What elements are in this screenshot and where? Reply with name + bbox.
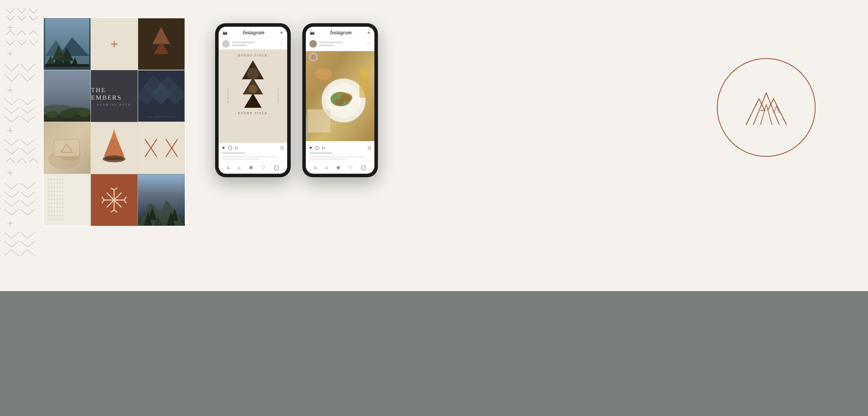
landscape-cell	[43, 70, 91, 122]
phone-1-screen: 📷 Instagram ✈ ··· EVENT TITLE 05.30.2024	[219, 27, 287, 174]
event-post-content: EVENT TITLE 05.30.2024 05.30.2024	[219, 50, 287, 143]
heart-icon-2[interactable]: ♥	[309, 145, 312, 151]
send-icon-2: ✈	[367, 31, 370, 35]
username-line	[232, 41, 255, 43]
svg-rect-65	[54, 139, 80, 157]
save-icon-2[interactable]: ⬡	[368, 146, 371, 150]
svg-point-110	[247, 68, 259, 79]
mountain-logo-svg	[743, 87, 789, 128]
camera-icon: 📷	[223, 31, 227, 35]
brand-collage: +	[43, 18, 185, 227]
nav-heart-2[interactable]: ♡	[348, 165, 352, 170]
location-line	[232, 44, 247, 46]
event-title-top: EVENT TITLE	[238, 54, 268, 57]
pillow-fabric-cell	[43, 122, 91, 174]
more-options-1[interactable]: ···	[280, 41, 284, 46]
triangles-dark-cell	[138, 18, 185, 70]
svg-point-36	[60, 113, 74, 118]
svg-point-112	[249, 85, 257, 94]
svg-text:∧ ∧ ∧ ∧ ∧ ∧: ∧ ∧ ∧ ∧ ∧ ∧	[48, 210, 63, 213]
avatar-1	[222, 40, 230, 47]
svg-text:∧ ∧ ∧ ∧ ∧ ∧: ∧ ∧ ∧ ∧ ∧ ∧	[48, 194, 63, 197]
instagram-nav-2: ⌂ ⌕ ⊕ ♡ ◯	[306, 162, 374, 174]
rust-asterisk-cell	[91, 174, 138, 226]
phone-2-screen: 📷 Instagram ✈ ···	[306, 27, 374, 174]
stitch-pattern-cell: ∧ ∧ ∧ ∧ ∧ ∧ ∨ ∨ ∨ ∨ ∨ ∨ ∧ ∧ ∧ ∧ ∧ ∧ ∨ ∨ …	[43, 174, 91, 226]
svg-point-118	[335, 99, 344, 105]
nav-search-1[interactable]: ⌕	[238, 165, 241, 170]
comment-line-2	[222, 158, 259, 160]
svg-text:THE EMBERS HOTEL: THE EMBERS HOTEL	[147, 116, 175, 118]
instagram-logo-1: Instagram	[243, 30, 264, 36]
svg-rect-120	[360, 69, 368, 77]
svg-text:∧ ∧ ∧ ∧ ∧ ∧: ∧ ∧ ∧ ∧ ∧ ∧	[48, 178, 63, 181]
instagram-header-1: 📷 Instagram ✈	[219, 27, 287, 38]
profile-row-1: ···	[219, 38, 287, 50]
food-post-content: AFTERNOON DELIGHT	[306, 50, 374, 143]
location-line-2	[319, 44, 334, 46]
x-pattern-cell	[138, 122, 185, 174]
comment-line-4	[309, 158, 346, 160]
svg-text:AFTERNOON DELIGHT: AFTERNOON DELIGHT	[306, 92, 308, 115]
svg-rect-72	[138, 122, 185, 174]
nav-home-2[interactable]: ⌂	[314, 165, 317, 170]
photo-avatar-overlay	[309, 53, 317, 61]
comments-section-1	[219, 155, 287, 162]
share-icon-1[interactable]: ▷	[235, 146, 238, 150]
heart-icon-1[interactable]: ♥	[222, 145, 225, 151]
svg-marker-126	[311, 55, 316, 59]
comment-line-3	[309, 156, 365, 157]
comment-icon-2[interactable]: ◯	[315, 146, 319, 150]
triangle-image-1	[242, 60, 264, 79]
camera-icon-2: 📷	[310, 31, 314, 35]
brand-logo-circle	[717, 58, 816, 157]
comments-section-2	[306, 155, 374, 162]
date-right: 05.30.2024	[277, 89, 279, 104]
instagram-header-2: 📷 Instagram ✈	[306, 27, 374, 38]
svg-text:∨ ∨ ∨ ∨ ∨ ∨: ∨ ∨ ∨ ∨ ∨ ∨	[48, 198, 63, 201]
avatar-2	[309, 40, 317, 47]
svg-rect-123	[307, 109, 331, 132]
svg-text:∧ ∧ ∧ ∧ ∧ ∧: ∧ ∧ ∧ ∧ ∧ ∧	[48, 186, 63, 189]
more-options-2[interactable]: ···	[367, 41, 371, 46]
triangle-image-3	[244, 93, 261, 108]
svg-text:∧ ∧ ∧ ∧ ∧ ∧: ∧ ∧ ∧ ∧ ∧ ∧	[48, 218, 63, 221]
nav-profile-1[interactable]: ◯	[274, 165, 279, 170]
likes-section-2	[306, 152, 374, 155]
share-icon-2[interactable]: ▷	[322, 146, 325, 150]
phones-showcase: 📷 Instagram ✈ ··· EVENT TITLE 05.30.2024	[215, 23, 378, 177]
comment-icon-1[interactable]: ◯	[228, 146, 232, 150]
profile-info-2	[319, 41, 365, 46]
nav-heart-1[interactable]: ♡	[261, 165, 266, 170]
save-icon-1[interactable]: ⬡	[280, 146, 284, 150]
brand-title: THE EMBERS	[91, 86, 137, 101]
instagram-nav-1: ⌂ ⌕ ⊕ ♡ ◯	[219, 162, 287, 174]
svg-rect-71	[105, 157, 123, 160]
svg-rect-124	[306, 115, 308, 138]
brand-subtitle: BLOWING ROCK	[97, 103, 131, 106]
username-line-2	[319, 41, 342, 43]
profile-info-1	[232, 41, 278, 46]
cross-symbol-cell: +	[91, 18, 138, 70]
event-title-bottom: EVENT TITLE	[238, 111, 268, 115]
likes-count-line-2	[309, 152, 333, 154]
nav-search-2[interactable]: ⌕	[325, 165, 328, 170]
fire-triangle-cell	[91, 122, 138, 174]
svg-point-122	[314, 68, 332, 79]
svg-text:∨ ∨ ∨ ∨ ∨ ∨: ∨ ∨ ∨ ∨ ∨ ∨	[48, 206, 63, 209]
post-actions-2: ♥ ◯ ▷ ⬡	[306, 143, 374, 152]
cross-icon: +	[110, 37, 118, 51]
triangle-image-2	[243, 77, 263, 94]
comment-line-1	[222, 156, 278, 157]
likes-count-line	[222, 152, 245, 154]
dark-fabric-cell: THE EMBERS HOTEL	[138, 70, 185, 122]
svg-text:∨ ∨ ∨ ∨ ∨ ∨: ∨ ∨ ∨ ∨ ∨ ∨	[48, 190, 63, 193]
nav-home-1[interactable]: ⌂	[227, 165, 230, 170]
profile-row-2: ···	[306, 38, 374, 50]
nav-add-2[interactable]: ⊕	[336, 165, 340, 170]
nav-add-1[interactable]: ⊕	[249, 165, 253, 170]
nav-profile-2[interactable]: ◯	[361, 165, 366, 170]
instagram-logo-2: Instagram	[330, 30, 351, 36]
svg-text:∨ ∨ ∨ ∨ ∨ ∨: ∨ ∨ ∨ ∨ ∨ ∨	[48, 214, 63, 217]
gray-background-section	[0, 291, 868, 416]
